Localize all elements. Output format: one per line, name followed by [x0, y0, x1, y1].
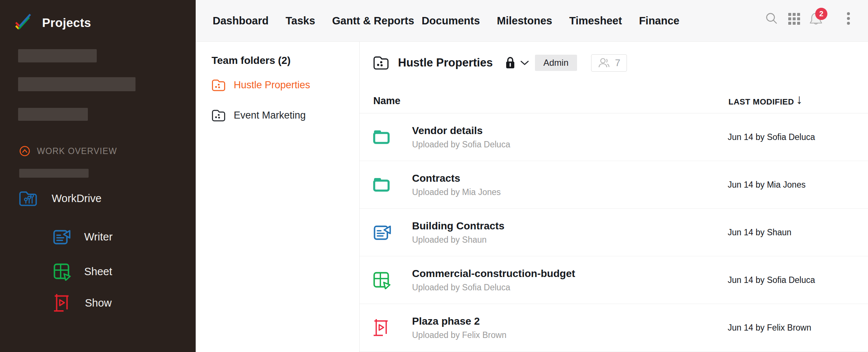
members-count-chip[interactable]: 7	[591, 54, 627, 72]
team-folders-title: Team folders (2)	[212, 55, 291, 66]
file-list-header: Name LAST MODIFIED ↓	[360, 92, 868, 113]
file-title: Plaza phase 2	[412, 315, 507, 327]
sidebar-placeholder	[18, 77, 135, 91]
file-title: Building Contracts	[412, 220, 504, 232]
notification-count-badge: 2	[815, 8, 827, 20]
sidebar-placeholder	[18, 108, 88, 121]
app-title: Projects	[42, 16, 91, 30]
folder-header: Hustle Properties Admin 7	[372, 54, 627, 72]
tab-gantt-reports[interactable]: Gantt & Reports	[332, 15, 414, 27]
file-row-plaza-phase-2[interactable]: Plaza phase 2 Uploaded by Felix Brown Ju…	[360, 304, 868, 352]
team-folders-panel: Team folders (2) Hustle Properties Event…	[196, 42, 360, 352]
team-folder-label: Hustle Properties	[234, 79, 310, 91]
lock-icon	[505, 56, 515, 69]
file-subtitle: Uploaded by Shaun	[412, 235, 504, 245]
tab-documents[interactable]: Documents	[422, 15, 480, 27]
sidebar-item-label: Show	[85, 297, 112, 309]
chevron-down-icon[interactable]	[520, 60, 529, 66]
top-navigation-bar: Dashboard Tasks Gantt & Reports Document…	[196, 0, 868, 42]
sidebar-item-label: WorkDrive	[52, 192, 102, 205]
folder-title: Hustle Properties	[398, 56, 493, 69]
file-title: Commercial-construction-budget	[412, 268, 575, 280]
team-folder-icon	[372, 55, 390, 71]
file-last-modified: Jun 14 by Sofia Deluca	[728, 132, 815, 142]
tab-timesheet[interactable]: Timesheet	[569, 15, 622, 27]
workdrive-folder-icon	[18, 189, 39, 208]
notifications-bell-icon[interactable]: 2	[809, 12, 823, 26]
folder-content-area: Hustle Properties Admin 7	[360, 42, 868, 352]
sidebar-item-label: Sheet	[84, 266, 112, 278]
sort-descending-arrow-icon[interactable]: ↓	[796, 92, 803, 107]
work-overview-section[interactable]: WORK OVERVIEW	[19, 146, 117, 157]
more-options-kebab-icon[interactable]	[846, 12, 851, 25]
file-title: Vendor details	[412, 125, 510, 137]
sidebar: Projects WORK OVERVIEW WorkDrive	[0, 0, 196, 352]
role-badge[interactable]: Admin	[535, 55, 577, 71]
member-count: 7	[615, 57, 620, 69]
file-row-commercial-construction-budget[interactable]: Commercial-construction-budget Uploaded …	[360, 256, 868, 304]
sidebar-item-sheet[interactable]: Sheet	[52, 262, 112, 281]
folder-green-icon	[372, 129, 391, 145]
show-presentation-icon	[372, 318, 390, 337]
file-row-building-contracts[interactable]: Building Contracts Uploaded by Shaun Jun…	[360, 209, 868, 256]
tab-tasks[interactable]: Tasks	[285, 15, 315, 27]
tab-milestones[interactable]: Milestones	[497, 15, 552, 27]
file-row-contracts[interactable]: Contracts Uploaded by Mia Jones Jun 14 b…	[360, 161, 868, 209]
members-icon	[598, 57, 610, 68]
file-subtitle: Uploaded by Sofia Deluca	[412, 283, 575, 293]
file-subtitle: Uploaded by Sofia Deluca	[412, 140, 510, 150]
tab-finance[interactable]: Finance	[639, 15, 680, 27]
sheet-icon	[52, 262, 71, 281]
team-folder-icon	[211, 108, 226, 123]
file-list: Vendor details Uploaded by Sofia Deluca …	[360, 113, 868, 352]
file-last-modified: Jun 14 by Felix Brown	[728, 323, 811, 333]
file-last-modified: Jun 14 by Sofia Deluca	[728, 275, 815, 285]
sidebar-placeholder	[19, 169, 89, 178]
file-subtitle: Uploaded by Mia Jones	[412, 187, 501, 197]
file-last-modified: Jun 14 by Mia Jones	[728, 180, 806, 190]
collapse-circle-icon	[19, 146, 30, 157]
team-folder-icon	[211, 78, 226, 92]
sheet-spreadsheet-icon	[372, 271, 391, 289]
file-subtitle: Uploaded by Felix Brown	[412, 330, 507, 340]
column-header-name: Name	[373, 95, 401, 107]
projects-logo-icon	[13, 13, 34, 33]
sidebar-item-writer[interactable]: Writer	[52, 228, 113, 246]
writer-icon	[52, 228, 71, 246]
file-title: Contracts	[412, 172, 501, 184]
folder-green-icon	[372, 177, 391, 193]
team-folder-event-marketing[interactable]: Event Marketing	[211, 108, 306, 123]
show-icon	[52, 293, 72, 312]
writer-document-icon	[372, 223, 391, 242]
tab-dashboard[interactable]: Dashboard	[213, 15, 268, 27]
file-last-modified: Jun 14 by Shaun	[728, 228, 792, 237]
sidebar-item-show[interactable]: Show	[52, 293, 112, 312]
sidebar-item-label: Writer	[84, 231, 113, 243]
team-folder-hustle-properties[interactable]: Hustle Properties	[211, 78, 310, 92]
main-nav: Dashboard Tasks Gantt & Reports Document…	[213, 0, 679, 41]
app-logo[interactable]: Projects	[13, 13, 91, 33]
apps-grid-icon[interactable]	[788, 13, 800, 25]
file-row-vendor-details[interactable]: Vendor details Uploaded by Sofia Deluca …	[360, 113, 868, 161]
search-icon[interactable]	[765, 12, 778, 25]
team-folder-label: Event Marketing	[234, 110, 306, 121]
sidebar-placeholder	[18, 49, 97, 62]
column-header-last-modified[interactable]: LAST MODIFIED	[728, 97, 794, 107]
work-overview-label: WORK OVERVIEW	[37, 146, 117, 156]
sidebar-item-workdrive[interactable]: WorkDrive	[18, 189, 102, 208]
